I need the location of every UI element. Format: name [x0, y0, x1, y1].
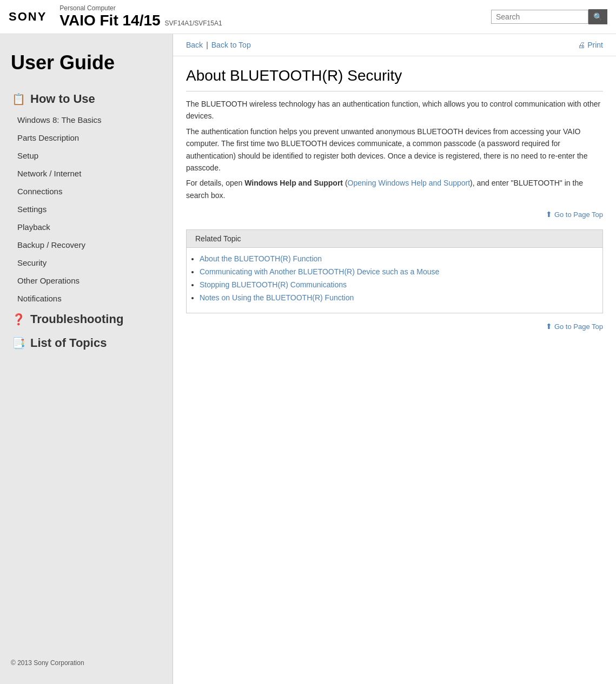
body-p3-before: For details, open [186, 179, 244, 187]
sidebar-item-other-operations[interactable]: Other Operations [0, 272, 173, 290]
go-to-top-1: ⬆ Go to Page Top [186, 210, 603, 219]
breadcrumb-bar: Back | Back to Top 🖨 Print [173, 34, 616, 56]
related-link-2[interactable]: Communicating with Another BLUETOOTH(R) … [200, 267, 439, 276]
header-title: VAIO Fit 14/15 [59, 12, 160, 29]
troubleshooting-icon: ❓ [11, 312, 26, 327]
go-to-top-label-2: Go to Page Top [554, 323, 603, 331]
sidebar-item-connections[interactable]: Connections [0, 182, 173, 200]
sidebar-section-list-of-topics-label: List of Topics [30, 336, 107, 350]
related-topic-header: Related Topic [187, 230, 602, 248]
sidebar-section-how-to-use[interactable]: 📋 How to Use [0, 87, 173, 111]
layout: User Guide 📋 How to Use Windows 8: The B… [0, 34, 616, 684]
go-to-top-link-2[interactable]: ⬆ Go to Page Top [546, 322, 603, 331]
page-title: About BLUETOOTH(R) Security [186, 67, 603, 91]
header-product-info: Personal Computer VAIO Fit 14/15 SVF14A1… [59, 4, 222, 29]
sidebar-item-parts-description[interactable]: Parts Description [0, 129, 173, 147]
print-icon: 🖨 [578, 41, 585, 49]
list-of-topics-icon: 📑 [11, 336, 26, 351]
back-to-top-link[interactable]: Back to Top [211, 41, 251, 49]
sidebar-item-notifications[interactable]: Notifications [0, 290, 173, 307]
go-to-top-icon-2: ⬆ [546, 322, 552, 331]
related-link-4[interactable]: Notes on Using the BLUETOOTH(R) Function [200, 293, 354, 302]
sidebar-item-windows8[interactable]: Windows 8: The Basics [0, 111, 173, 129]
go-to-top-link-1[interactable]: ⬆ Go to Page Top [546, 210, 603, 219]
sidebar-item-security[interactable]: Security [0, 254, 173, 272]
how-to-use-icon: 📋 [11, 91, 26, 107]
sidebar-title: User Guide [0, 43, 173, 87]
sidebar-section-how-to-use-label: How to Use [30, 92, 95, 106]
body-p3-bold: Windows Help and Support [244, 179, 343, 187]
search-button[interactable]: 🔍 [588, 9, 607, 24]
related-topic-list: About the BLUETOOTH(R) Function Communic… [187, 248, 602, 313]
related-link-1[interactable]: About the BLUETOOTH(R) Function [200, 254, 322, 263]
header: SONY Personal Computer VAIO Fit 14/15 SV… [0, 0, 616, 34]
header-model: SVF14A1/SVF15A1 [165, 19, 222, 27]
sidebar-footer: © 2013 Sony Corporation [0, 650, 173, 675]
go-to-top-2: ⬆ Go to Page Top [186, 322, 603, 331]
breadcrumb-links: Back | Back to Top [186, 41, 251, 49]
list-item: Communicating with Another BLUETOOTH(R) … [200, 267, 594, 276]
sidebar-item-settings[interactable]: Settings [0, 200, 173, 218]
main-content: Back | Back to Top 🖨 Print About BLUETOO… [173, 34, 616, 684]
sidebar-section-troubleshooting[interactable]: ❓ Troubleshooting [0, 307, 173, 331]
sidebar-section-troubleshooting-label: Troubleshooting [30, 312, 123, 326]
go-to-top-label-1: Go to Page Top [554, 211, 603, 219]
sidebar-item-playback[interactable]: Playback [0, 218, 173, 236]
search-input[interactable] [491, 10, 588, 24]
body-paragraph-1: The BLUETOOTH wireless technology has an… [186, 98, 603, 122]
print-button[interactable]: 🖨 Print [578, 41, 603, 49]
list-item: About the BLUETOOTH(R) Function [200, 254, 594, 263]
sidebar-item-network-internet[interactable]: Network / Internet [0, 165, 173, 182]
related-topic-box: Related Topic About the BLUETOOTH(R) Fun… [186, 229, 603, 313]
windows-help-link[interactable]: Opening Windows Help and Support [348, 179, 470, 187]
sidebar-item-setup[interactable]: Setup [0, 147, 173, 165]
body-paragraph-2: The authentication function helps you pr… [186, 126, 603, 174]
go-to-top-icon-1: ⬆ [546, 210, 552, 219]
sony-logo: SONY [9, 10, 47, 24]
breadcrumb-separator: | [206, 41, 208, 49]
search-area: 🔍 [491, 9, 607, 24]
back-link[interactable]: Back [186, 41, 203, 49]
related-link-3[interactable]: Stopping BLUETOOTH(R) Communications [200, 280, 347, 289]
sidebar-section-list-of-topics[interactable]: 📑 List of Topics [0, 331, 173, 355]
body-paragraph-3: For details, open Windows Help and Suppo… [186, 177, 603, 201]
list-item: Notes on Using the BLUETOOTH(R) Function [200, 293, 594, 302]
content-body: The BLUETOOTH wireless technology has an… [186, 98, 603, 201]
sidebar-item-backup-recovery[interactable]: Backup / Recovery [0, 236, 173, 254]
list-item: Stopping BLUETOOTH(R) Communications [200, 280, 594, 289]
header-product-line: Personal Computer [59, 4, 222, 12]
print-label: Print [587, 41, 603, 49]
sidebar: User Guide 📋 How to Use Windows 8: The B… [0, 34, 173, 684]
content: About BLUETOOTH(R) Security The BLUETOOT… [173, 56, 616, 352]
